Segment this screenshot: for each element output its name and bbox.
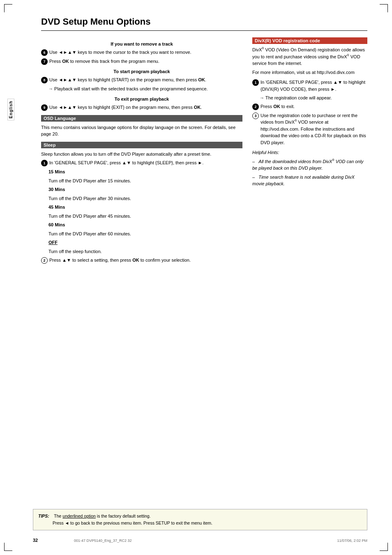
- page-number: 32: [33, 538, 38, 543]
- sleep-15-label: 15 Mins: [48, 168, 242, 175]
- number-3-divx: 3: [252, 113, 259, 119]
- sleep-heading: Sleep: [41, 142, 242, 148]
- page-title: DVD Setup Menu Options: [41, 16, 367, 31]
- start-playback-heading: To start program playback: [41, 69, 242, 74]
- hint-1: – All the downloaded videos from DivX® V…: [252, 158, 367, 172]
- number-1-sleep: 1: [41, 160, 48, 166]
- content-area: If you want to remove a track 6 Use ◄►▲▼…: [41, 37, 367, 266]
- sleep-30-text: Turn off the DVD Player after 30 minutes…: [48, 195, 242, 202]
- divx-heading: DivX(R) VOD registration code: [252, 37, 367, 44]
- divx-step-2-text: Press OK to exit.: [261, 103, 367, 110]
- remove-track-heading: If you want to remove a track: [41, 41, 242, 46]
- helpful-hints-label: Helpful Hints:: [252, 149, 367, 156]
- right-column: DivX(R) VOD registration code DivX® VOD …: [252, 37, 367, 266]
- sleep-off-text: Turn off the sleep function.: [48, 248, 242, 255]
- remove-track-text-7: Press OK to remove this track from the p…: [49, 58, 242, 65]
- divx-step-2: 2 Press OK to exit.: [252, 103, 367, 110]
- osd-language-heading: OSD Language: [41, 115, 242, 122]
- sleep-options: 15 Mins Turn off the DVD Player after 15…: [48, 168, 242, 255]
- remove-track-text-6: Use ◄►▲▼ keys to move the cursor to the …: [49, 49, 242, 56]
- divx-step-3: 3 Use the registration code to purchase …: [252, 112, 367, 146]
- left-column: If you want to remove a track 6 Use ◄►▲▼…: [41, 37, 242, 266]
- start-playback-item-8: 8 Use ◄►▲▼ keys to highlight {START} on …: [41, 76, 242, 83]
- sleep-step-1-text: In 'GENERAL SETUP PAGE', press ▲▼ to hig…: [49, 159, 242, 166]
- exit-playback-heading: To exit program playback: [41, 97, 242, 101]
- corner-tr: [380, 4, 388, 12]
- sidebar-language: English: [7, 99, 14, 120]
- start-playback-arrow: Playback will start with the selected tr…: [48, 85, 242, 92]
- sleep-off-label: OFF: [48, 239, 242, 246]
- tips-label: TIPS:: [38, 514, 49, 518]
- corner-br: [380, 543, 388, 551]
- tips-line2: Press ◄ to go back to the previous menu …: [53, 520, 212, 525]
- divx-visit: For more information, visit us at http:/…: [252, 69, 367, 76]
- exit-playback-item-9: 9 Use ◄►▲▼ keys to highlight {EXIT} on t…: [41, 104, 242, 111]
- sleep-30-label: 30 Mins: [48, 186, 242, 193]
- number-9: 9: [41, 104, 48, 111]
- tips-box: TIPS: The underlined option is the facto…: [33, 509, 367, 530]
- footer-code: 001-47 DVP5140_Eng_37_RC2 32: [74, 539, 132, 543]
- footer-date: 11/07/06, 2:02 PM: [337, 539, 367, 543]
- remove-track-item-6: 6 Use ◄►▲▼ keys to move the cursor to th…: [41, 49, 242, 56]
- remove-track-item-7: 7 Press OK to remove this track from the…: [41, 58, 242, 65]
- exit-playback-text-9: Use ◄►▲▼ keys to highlight {EXIT} on the…: [49, 104, 242, 111]
- number-1-divx: 1: [252, 79, 259, 86]
- hint-2: – Time search feature is not available d…: [252, 174, 367, 187]
- sleep-step-2: 2 Press ▲▼ to select a setting, then pre…: [41, 257, 242, 264]
- tips-line1: The underlined option is the factory def…: [54, 514, 150, 518]
- sleep-45-text: Turn off the DVD Player after 45 minutes…: [48, 213, 242, 220]
- sleep-60-text: Turn off the DVD Player after 60 minutes…: [48, 230, 242, 237]
- divx-steps: 1 In 'GENERAL SETUP PAGE', press ▲▼ to h…: [252, 79, 367, 146]
- osd-text: This menu contains various language opti…: [41, 124, 242, 138]
- divx-step-1-text: In 'GENERAL SETUP PAGE', press ▲▼ to hig…: [261, 79, 367, 92]
- sleep-step-1: 1 In 'GENERAL SETUP PAGE', press ▲▼ to h…: [41, 159, 242, 166]
- sleep-intro: Sleep function allows you to turn off th…: [41, 151, 242, 158]
- number-6: 6: [41, 49, 48, 56]
- sleep-15-text: Turn off the DVD Player after 15 minutes…: [48, 177, 242, 184]
- page: English DVD Setup Menu Options If you wa…: [0, 0, 392, 555]
- divx-step-3-text: Use the registration code to purchase or…: [261, 112, 367, 146]
- number-8: 8: [41, 77, 48, 83]
- sleep-step-2-text: Press ▲▼ to select a setting, then press…: [49, 257, 242, 264]
- number-2-divx: 2: [252, 104, 259, 110]
- divx-intro: DivX® VOD (Video On Demand) registration…: [252, 46, 367, 67]
- number-2-sleep: 2: [41, 257, 48, 264]
- corner-bl: [4, 543, 12, 551]
- divx-step-1-arrow: The registration code will appear.: [260, 94, 367, 101]
- start-playback-text-8: Use ◄►▲▼ keys to highlight {START} on th…: [49, 76, 242, 83]
- divx-step-1: 1 In 'GENERAL SETUP PAGE', press ▲▼ to h…: [252, 79, 367, 92]
- sleep-60-label: 60 Mins: [48, 221, 242, 228]
- number-7: 7: [41, 58, 48, 65]
- sleep-45-label: 45 Mins: [48, 204, 242, 211]
- corner-tl: [4, 4, 12, 12]
